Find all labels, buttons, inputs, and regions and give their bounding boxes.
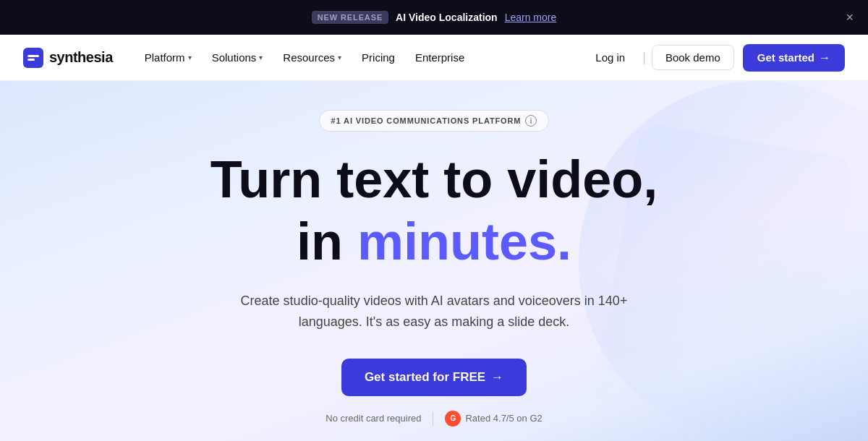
announcement-banner: NEW RELEASE AI Video Localization Learn … [0, 0, 868, 35]
hero-title-line1: Turn text to video, [210, 152, 658, 208]
nav-separator: | [642, 50, 646, 65]
g2-rating-badge: G Rated 4.7/5 on G2 [445, 411, 542, 427]
nav-pricing[interactable]: Pricing [353, 46, 404, 69]
hero-cta-arrow-icon: → [491, 370, 503, 385]
hero-subtitle: Create studio-quality videos with AI ava… [231, 291, 637, 333]
badge-info-icon[interactable]: i [525, 115, 537, 127]
login-button[interactable]: Log in [584, 46, 637, 69]
hero-accent-text: minutes. [357, 213, 571, 270]
svg-rect-2 [27, 59, 35, 61]
get-started-nav-button[interactable]: Get started → [743, 44, 845, 72]
hero-cta-button[interactable]: Get started for FREE → [341, 359, 527, 396]
nav-right-actions: Log in | Book demo Get started → [584, 44, 845, 72]
hero-section: #1 AI VIDEO COMMUNICATIONS PLATFORM i Tu… [0, 81, 868, 441]
banner-title: AI Video Localization [396, 12, 498, 23]
navbar: synthesia Platform ▾ Solutions ▾ Resourc… [0, 35, 868, 81]
banner-learn-more-link[interactable]: Learn more [505, 12, 557, 23]
synthesia-logo-icon [23, 48, 43, 68]
svg-rect-0 [23, 48, 43, 68]
hero-title-line2: in minutes. [297, 214, 571, 270]
nav-enterprise[interactable]: Enterprise [407, 46, 473, 69]
new-release-badge: NEW RELEASE [312, 11, 388, 24]
svg-rect-1 [27, 55, 39, 57]
hero-badge: #1 AI VIDEO COMMUNICATIONS PLATFORM i [319, 110, 550, 132]
nav-solutions[interactable]: Solutions ▾ [203, 46, 272, 69]
nav-resources[interactable]: Resources ▾ [274, 46, 350, 69]
nav-platform[interactable]: Platform ▾ [136, 46, 200, 69]
get-started-arrow-icon: → [819, 51, 830, 64]
hero-footer: No credit card required G Rated 4.7/5 on… [326, 411, 542, 427]
resources-chevron-icon: ▾ [338, 53, 341, 61]
logo[interactable]: synthesia [23, 48, 113, 68]
book-demo-button[interactable]: Book demo [652, 45, 734, 70]
platform-chevron-icon: ▾ [188, 53, 192, 61]
nav-links: Platform ▾ Solutions ▾ Resources ▾ Prici… [136, 46, 584, 69]
g2-logo-icon: G [445, 411, 461, 427]
banner-close-button[interactable]: × [846, 11, 854, 24]
footer-separator [433, 411, 433, 426]
logo-text: synthesia [49, 49, 113, 66]
g2-rating-text: Rated 4.7/5 on G2 [465, 413, 542, 424]
solutions-chevron-icon: ▾ [259, 53, 263, 61]
no-credit-card-text: No credit card required [326, 413, 421, 424]
